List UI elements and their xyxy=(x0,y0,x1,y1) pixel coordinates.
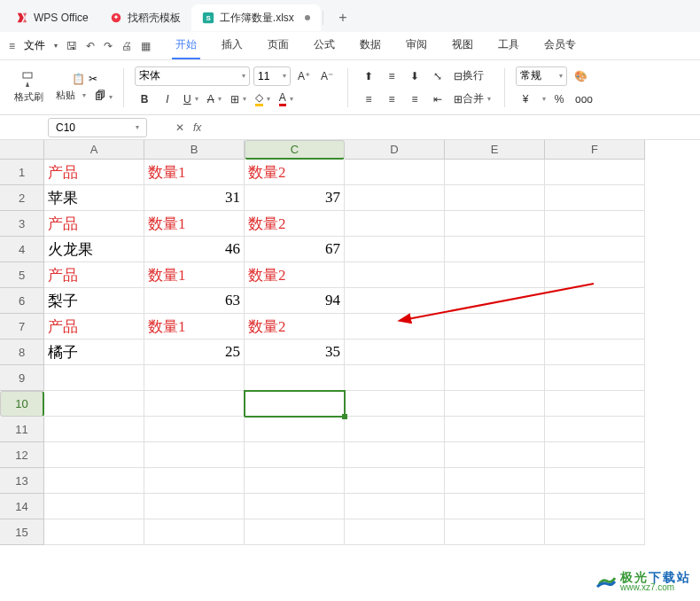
redo-icon[interactable]: ↷ xyxy=(104,40,113,52)
cell[interactable] xyxy=(245,417,345,442)
menu-member[interactable]: 会员专 xyxy=(541,32,579,59)
cell[interactable] xyxy=(545,288,645,314)
column-header[interactable]: C xyxy=(245,140,345,160)
comma-button[interactable]: ooo xyxy=(572,90,595,109)
paste-button[interactable]: 粘贴 xyxy=(56,89,75,102)
italic-button[interactable]: I xyxy=(158,90,177,109)
cell[interactable] xyxy=(144,468,245,494)
number-format-select[interactable]: 常规▾ xyxy=(516,66,567,86)
row-header[interactable]: 5 xyxy=(0,262,44,288)
cell[interactable] xyxy=(545,314,645,340)
cell[interactable] xyxy=(445,288,545,314)
menu-icon[interactable]: ≡ xyxy=(9,40,15,52)
cell[interactable] xyxy=(345,468,445,494)
cell[interactable] xyxy=(245,494,345,519)
cell[interactable] xyxy=(445,262,545,288)
cell[interactable] xyxy=(245,391,345,417)
cancel-icon[interactable]: ✕ xyxy=(175,121,184,134)
cell[interactable] xyxy=(545,211,645,237)
cell[interactable] xyxy=(545,391,645,417)
merge-button[interactable]: ⊞合并▾ xyxy=(451,90,494,109)
cell[interactable] xyxy=(345,211,445,237)
cell[interactable] xyxy=(345,417,445,442)
cell[interactable] xyxy=(245,365,345,391)
name-box[interactable]: C10 ▾ xyxy=(48,118,147,137)
cell[interactable] xyxy=(545,417,645,442)
row-header[interactable]: 8 xyxy=(0,340,44,365)
indent-left-button[interactable]: ⇤ xyxy=(428,90,447,109)
cell[interactable] xyxy=(345,314,445,340)
row-header[interactable]: 4 xyxy=(0,237,44,262)
row-header[interactable]: 10 xyxy=(0,391,44,417)
percent-button[interactable]: % xyxy=(549,90,569,109)
cell[interactable] xyxy=(345,262,445,288)
format-painter-button[interactable]: 格式刷 xyxy=(9,67,49,107)
cell[interactable] xyxy=(345,494,445,519)
cell[interactable] xyxy=(345,340,445,365)
cell[interactable] xyxy=(44,442,144,468)
row-header[interactable]: 3 xyxy=(0,211,44,237)
clipboard-icon[interactable]: 🗐▾ xyxy=(95,90,113,102)
cell[interactable] xyxy=(345,365,445,391)
cell[interactable]: 35 xyxy=(245,340,345,365)
cell[interactable] xyxy=(345,519,445,545)
cell[interactable]: 梨子 xyxy=(44,288,144,314)
align-middle-button[interactable]: ≡ xyxy=(382,66,401,86)
select-all-corner[interactable] xyxy=(0,140,44,160)
cut-icon[interactable]: ✂ xyxy=(89,73,97,85)
cell[interactable] xyxy=(44,391,144,417)
cell[interactable]: 产品 xyxy=(44,262,144,288)
cell[interactable]: 数量1 xyxy=(144,211,245,237)
cell[interactable]: 苹果 xyxy=(44,185,144,211)
cell[interactable] xyxy=(545,468,645,494)
menu-review[interactable]: 审阅 xyxy=(402,32,431,59)
cell[interactable]: 产品 xyxy=(44,314,144,340)
row-header[interactable]: 7 xyxy=(0,314,44,340)
cell[interactable] xyxy=(545,519,645,545)
cell[interactable]: 数量1 xyxy=(144,160,245,185)
cell[interactable] xyxy=(445,519,545,545)
cell[interactable]: 31 xyxy=(144,185,245,211)
increase-font-button[interactable]: A⁺ xyxy=(294,66,314,86)
cell[interactable]: 数量2 xyxy=(245,262,345,288)
cell[interactable] xyxy=(445,237,545,262)
tab-wps-office[interactable]: WPS Office xyxy=(5,4,99,31)
chevron-down-icon[interactable]: ▾ xyxy=(54,42,58,50)
cell[interactable] xyxy=(345,237,445,262)
row-header[interactable]: 6 xyxy=(0,288,44,314)
cell[interactable] xyxy=(44,494,144,519)
cell[interactable] xyxy=(44,468,144,494)
row-header[interactable]: 11 xyxy=(0,417,44,442)
align-bottom-button[interactable]: ⬇ xyxy=(405,66,424,86)
cell[interactable] xyxy=(445,494,545,519)
cell[interactable] xyxy=(545,494,645,519)
bold-button[interactable]: B xyxy=(135,90,154,109)
cell[interactable] xyxy=(545,237,645,262)
cell[interactable] xyxy=(245,519,345,545)
cell[interactable]: 橘子 xyxy=(44,340,144,365)
cell[interactable] xyxy=(445,340,545,365)
cell[interactable] xyxy=(345,160,445,185)
cell[interactable]: 产品 xyxy=(44,160,144,185)
preview-icon[interactable]: ▦ xyxy=(141,40,151,52)
cell[interactable]: 产品 xyxy=(44,211,144,237)
cell[interactable] xyxy=(445,365,545,391)
menu-tools[interactable]: 工具 xyxy=(494,32,523,59)
cell[interactable] xyxy=(445,211,545,237)
cell[interactable]: 数量2 xyxy=(245,314,345,340)
styles-button[interactable]: 🎨 xyxy=(571,66,590,86)
add-tab-button[interactable]: + xyxy=(332,7,354,28)
row-header[interactable]: 2 xyxy=(0,185,44,211)
cell[interactable] xyxy=(144,442,245,468)
fill-color-button[interactable]: ◇▾ xyxy=(253,90,273,109)
cell[interactable]: 25 xyxy=(144,340,245,365)
row-header[interactable]: 14 xyxy=(0,494,44,519)
cell[interactable] xyxy=(445,185,545,211)
cell[interactable] xyxy=(545,160,645,185)
column-header[interactable]: E xyxy=(445,140,545,160)
align-right-button[interactable]: ≡ xyxy=(405,90,424,109)
cell[interactable]: 数量1 xyxy=(144,262,245,288)
cell[interactable]: 数量2 xyxy=(245,211,345,237)
selection-handle[interactable] xyxy=(342,414,347,419)
cell[interactable] xyxy=(144,417,245,442)
